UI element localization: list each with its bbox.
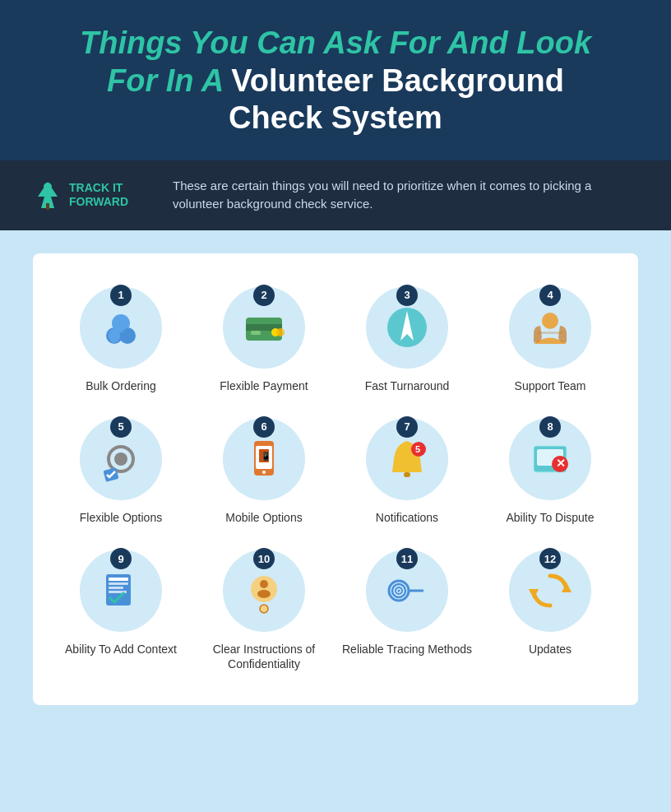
item-label-5: Flexible Options: [80, 510, 162, 525]
icon-support-team: [525, 303, 575, 352]
svg-point-15: [542, 313, 558, 329]
svg-point-40: [260, 605, 268, 613]
items-grid: 1 Bulk Ordering 2 Flexible Payment 3: [49, 278, 622, 680]
svg-point-37: [251, 576, 277, 602]
main-card: 1 Bulk Ordering 2 Flexible Payment 3: [33, 253, 638, 705]
badge-2: 2: [253, 285, 275, 306]
badge-11: 11: [396, 548, 418, 569]
icon-clear-instructions: [239, 566, 289, 615]
header-line1: Things You Can Ask For And Look: [33, 25, 638, 63]
item-updates: 12 Updates: [479, 541, 622, 680]
item-label-4: Support Team: [515, 378, 586, 393]
badge-9: 9: [110, 548, 132, 569]
icon-wrapper-1: 1: [80, 286, 162, 369]
icon-wrapper-5: 5: [80, 418, 162, 500]
icon-wrapper-3: 3: [366, 286, 448, 369]
svg-point-44: [398, 590, 400, 592]
icon-wrapper-10: 10: [223, 550, 305, 632]
icon-flexible-payment: [239, 303, 289, 352]
badge-10: 10: [253, 548, 275, 569]
svg-point-7: [122, 328, 133, 343]
badge-4: 4: [539, 285, 561, 306]
svg-text:✕: ✕: [556, 457, 566, 470]
item-label-6: Mobile Options: [225, 510, 302, 525]
subtitle-bar: TRACK IT FORWARD These are certain thing…: [0, 160, 671, 230]
item-support-team: 4 Support Team: [479, 278, 622, 401]
badge-3: 3: [396, 285, 418, 306]
item-notifications: 7 5 Notifications: [336, 410, 479, 533]
badge-12: 12: [539, 548, 561, 569]
item-label-2: Flexible Payment: [220, 378, 308, 393]
item-flexible-payment: 2 Flexible Payment: [192, 278, 336, 401]
svg-point-38: [260, 580, 268, 588]
item-label-11: Reliable Tracing Methods: [342, 642, 472, 657]
badge-6: 6: [253, 416, 275, 438]
svg-text:📱: 📱: [261, 451, 271, 462]
item-label-12: Updates: [529, 642, 572, 657]
icon-wrapper-6: 6 📱: [223, 418, 305, 500]
icon-flexible-options: [96, 434, 146, 484]
svg-rect-10: [251, 331, 261, 335]
header-line2: For In A Volunteer Background: [33, 63, 638, 100]
item-label-8: Ability To Dispute: [506, 510, 594, 525]
svg-rect-34: [109, 582, 128, 585]
icon-reliable-tracing: [382, 566, 432, 615]
icon-wrapper-12: 12: [509, 550, 591, 632]
icon-notifications: 5: [382, 434, 432, 484]
icon-wrapper-8: 8 ✕: [509, 418, 591, 500]
icon-wrapper-7: 7 5: [366, 418, 448, 500]
icon-wrapper-11: 11: [366, 550, 448, 632]
header: Things You Can Ask For And Look For In A…: [0, 0, 671, 160]
subtitle-description: These are certain things you will need t…: [173, 177, 638, 214]
item-label-3: Fast Turnaround: [365, 378, 450, 393]
logo-text: TRACK IT FORWARD: [69, 181, 128, 209]
icon-fast-turnaround: [382, 303, 432, 352]
badge-8: 8: [539, 416, 561, 438]
icon-updates: [525, 566, 575, 615]
badge-7: 7: [396, 416, 418, 438]
tree-icon: [33, 180, 62, 210]
item-fast-turnaround: 3 Fast Turnaround: [336, 278, 479, 401]
svg-point-6: [109, 328, 120, 343]
item-label-7: Notifications: [376, 510, 438, 525]
svg-rect-33: [109, 578, 128, 581]
svg-rect-25: [404, 472, 410, 477]
badge-5: 5: [110, 416, 132, 438]
icon-wrapper-4: 4: [509, 286, 591, 369]
svg-point-22: [262, 471, 266, 474]
item-label-10: Clear Instructions of Confidentiality: [199, 642, 329, 671]
svg-point-18: [114, 452, 127, 466]
item-label-9: Ability To Add Context: [65, 642, 177, 657]
svg-point-1: [44, 183, 52, 191]
item-flexible-options: 5 Flexible Options: [49, 410, 192, 533]
icon-mobile-options: 📱: [239, 434, 289, 484]
item-ability-to-dispute: 8 ✕ Ability To Dispute: [479, 410, 622, 533]
item-clear-instructions: 10 Clear Instructions of Confidentiality: [192, 541, 336, 680]
item-bulk-ordering: 1 Bulk Ordering: [49, 278, 192, 401]
svg-point-39: [257, 590, 271, 598]
svg-rect-35: [109, 587, 123, 589]
icon-bulk-ordering: [96, 303, 146, 352]
logo: TRACK IT FORWARD: [33, 180, 148, 210]
header-line3: Check System: [33, 100, 638, 137]
item-mobile-options: 6 📱 Mobile Options: [192, 410, 336, 533]
badge-1: 1: [110, 285, 132, 306]
item-label-1: Bulk Ordering: [86, 378, 156, 393]
item-ability-to-add-context: 9 Ability To Add Context: [49, 541, 192, 680]
icon-ability-to-add-context: [96, 566, 146, 615]
icon-wrapper-9: 9: [80, 550, 162, 632]
svg-point-12: [276, 328, 285, 336]
svg-text:5: 5: [415, 444, 420, 454]
svg-rect-2: [46, 203, 49, 210]
icon-ability-to-dispute: ✕: [525, 434, 575, 484]
icon-wrapper-2: 2: [223, 286, 305, 369]
svg-rect-16: [538, 332, 562, 334]
item-reliable-tracing: 11 Reliable Tracing Methods: [336, 541, 479, 680]
